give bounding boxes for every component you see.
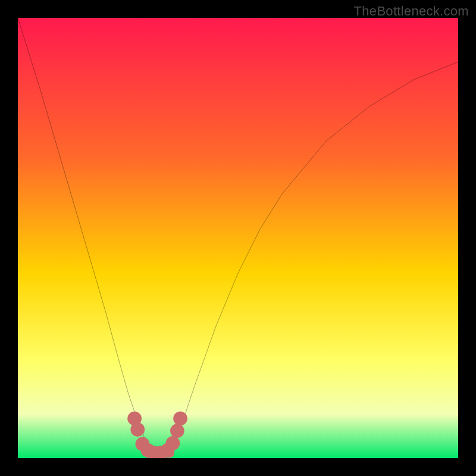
chart-frame: TheBottleneck.com [0,0,476,476]
bottleneck-curve [18,18,458,454]
curve-marker [170,424,184,438]
curve-marker [130,422,145,437]
watermark-text: TheBottleneck.com [354,4,469,19]
trough-bar [143,448,174,458]
curve-marker [173,412,187,426]
plot-area [18,18,458,458]
curve-layer [18,18,458,458]
